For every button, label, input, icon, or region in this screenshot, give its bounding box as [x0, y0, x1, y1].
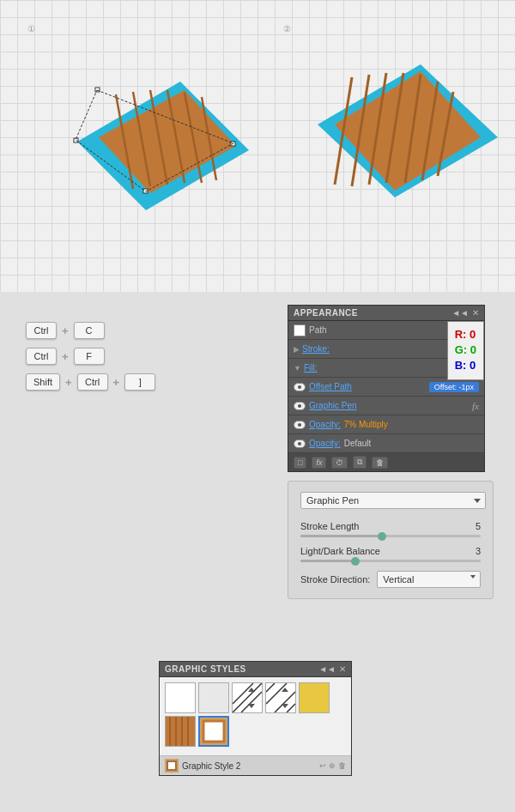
gs-delete-btn[interactable]: 🗑 [338, 761, 346, 770]
shortcut-row-copy: Ctrl + C [26, 322, 155, 339]
opacity2-label[interactable]: Opacity: [309, 439, 341, 448]
stroke-length-label: Stroke Length [300, 521, 360, 531]
gpen-type-select[interactable]: Graphic Pen [300, 492, 486, 509]
graphic-style-item-1[interactable] [165, 682, 196, 713]
rgb-r-value: R: 0 [455, 327, 476, 342]
rgb-g-value: G: 0 [455, 342, 476, 358]
canvas-label-2: ② [283, 24, 291, 33]
delete-button[interactable]: 🗑 [372, 457, 388, 469]
graphic-styles-body [160, 677, 351, 755]
stroke-length-slider-track[interactable] [300, 535, 481, 537]
eye-icon-4 [294, 439, 306, 448]
svg-rect-41 [203, 721, 224, 742]
shortcut-row-paste-front: Ctrl + F [26, 348, 155, 365]
offset-path-link[interactable]: Offset Path [309, 382, 352, 391]
stroke-length-row: Stroke Length 5 [300, 521, 481, 537]
stroke-length-fill [300, 535, 382, 537]
light-dark-slider-track[interactable] [300, 560, 481, 562]
graphic-style-item-2[interactable] [198, 682, 229, 713]
graphic-style-item-5[interactable] [299, 682, 330, 713]
gpen-header: Graphic Pen [300, 492, 481, 509]
light-dark-fill [300, 560, 354, 562]
svg-rect-44 [167, 761, 176, 770]
eye-icon-1 [294, 383, 306, 391]
light-dark-label: Light/Dark Balance [300, 546, 380, 556]
light-dark-row: Light/Dark Balance 3 [300, 546, 481, 562]
appearance-title: APPEARANCE [294, 308, 358, 318]
fill-link[interactable]: Fill: [304, 363, 318, 373]
graphic-styles-panel: GRAPHIC STYLES ◄◄ ✕ [159, 661, 352, 776]
gs-panel-controls: ◄◄ ✕ [318, 664, 346, 674]
eye-icon-3 [294, 421, 306, 429]
gs-close-btn[interactable]: ✕ [339, 664, 346, 674]
graphic-pen-link[interactable]: Graphic Pen [309, 401, 357, 410]
stroke-direction-select[interactable]: Vertical Horizontal Right Diagonal Left … [377, 571, 481, 588]
rgb-b-value: B: 0 [455, 358, 476, 373]
panel-close-btn[interactable]: ✕ [472, 308, 479, 318]
appearance-panel: APPEARANCE ◄◄ ✕ R: 0 G: 0 B: 0 Path ▶ [288, 305, 485, 472]
graphic-style-item-4[interactable] [265, 682, 296, 713]
canvas-area: ① ② [0, 0, 515, 292]
stroke-link[interactable]: Stroke: [302, 344, 330, 354]
ctrl-key-1: Ctrl [26, 322, 57, 339]
plus-icon-3: + [65, 376, 72, 389]
ctrl-key-3: Ctrl [77, 373, 108, 391]
offset-button[interactable]: Offset: -1px [429, 382, 479, 392]
gs-new-btn[interactable]: ⊕ [329, 761, 336, 770]
plus-icon-2: + [62, 350, 69, 363]
graphic-style-item-6[interactable] [165, 716, 196, 747]
clock-button[interactable]: ⏱ [331, 457, 348, 469]
canvas-label-1: ① [27, 24, 35, 33]
bracket-key: ] [124, 373, 155, 391]
graphic-styles-header: GRAPHIC STYLES ◄◄ ✕ [160, 662, 351, 677]
opacity2-value: Default [344, 439, 372, 448]
gs-options-btn[interactable]: ↩ [319, 761, 326, 770]
graphic-styles-footer: Graphic Style 2 ↩ ⊕ 🗑 [160, 755, 351, 775]
shortcuts-panel: Ctrl + C Ctrl + F Shift + Ctrl + ] [26, 322, 155, 399]
light-dark-thumb[interactable] [351, 557, 360, 566]
opacity2-row: Opacity: Default [288, 434, 484, 453]
stroke-label: Stroke: [302, 344, 464, 354]
eye-icon-2 [294, 402, 306, 410]
opacity1-value: 7% Multiply [344, 420, 388, 429]
appearance-header: APPEARANCE ◄◄ ✕ [288, 306, 484, 321]
stroke-length-thumb[interactable] [378, 532, 386, 541]
light-dark-header: Light/Dark Balance 3 [300, 546, 481, 556]
expand-arrow: ▶ [294, 345, 300, 354]
f-key: F [74, 348, 105, 365]
graphic-style-item-7[interactable] [198, 716, 229, 747]
panels-area: Ctrl + C Ctrl + F Shift + Ctrl + ] APPEA… [0, 292, 515, 812]
stroke-length-value: 5 [476, 521, 481, 531]
direction-select-wrapper: Vertical Horizontal Right Diagonal Left … [377, 571, 481, 588]
c-key: C [74, 322, 105, 339]
panel-controls: ◄◄ ✕ [451, 308, 479, 318]
plus-icon-1: + [62, 324, 69, 337]
fx-badge: fx [472, 401, 479, 411]
opacity1-label[interactable]: Opacity: [309, 420, 341, 429]
rgb-popup: R: 0 G: 0 B: 0 [447, 321, 484, 380]
appearance-footer: □ fx ⏱ ⧉ 🗑 [288, 453, 484, 471]
stroke-direction-label: Stroke Direction: [300, 574, 370, 585]
plus-icon-4: + [113, 376, 120, 389]
stroke-direction-row: Stroke Direction: Vertical Horizontal Ri… [300, 571, 481, 588]
graphic-styles-title: GRAPHIC STYLES [165, 664, 246, 674]
new-item-button[interactable]: □ [294, 457, 306, 469]
gs-collapse-btn[interactable]: ◄◄ [318, 664, 336, 674]
graphic-pen-settings-panel: Graphic Pen Stroke Length 5 Light/Dark B… [288, 481, 494, 599]
panel-collapse-btn[interactable]: ◄◄ [451, 308, 469, 318]
fx-button[interactable]: fx [312, 457, 326, 469]
isometric-shape-2[interactable] [309, 39, 506, 264]
fill-expand-arrow: ▼ [294, 364, 301, 373]
duplicate-button[interactable]: ⧉ [353, 456, 367, 469]
graphic-pen-row: Graphic Pen fx [288, 397, 484, 415]
graphic-style-item-3[interactable] [232, 682, 263, 713]
light-dark-value: 3 [476, 546, 481, 556]
gs-footer-icon [165, 759, 179, 773]
isometric-shape-1[interactable] [52, 39, 266, 272]
shortcut-row-bring-front: Shift + Ctrl + ] [26, 373, 155, 391]
appearance-body: R: 0 G: 0 B: 0 Path ▶ Stroke: ▼ [288, 321, 484, 471]
offset-value-text: Offset: -1px [434, 383, 474, 391]
offset-path-row: Offset Path Offset: -1px [288, 378, 484, 397]
stroke-length-header: Stroke Length 5 [300, 521, 481, 531]
graphic-style-name: Graphic Style 2 [182, 761, 319, 771]
